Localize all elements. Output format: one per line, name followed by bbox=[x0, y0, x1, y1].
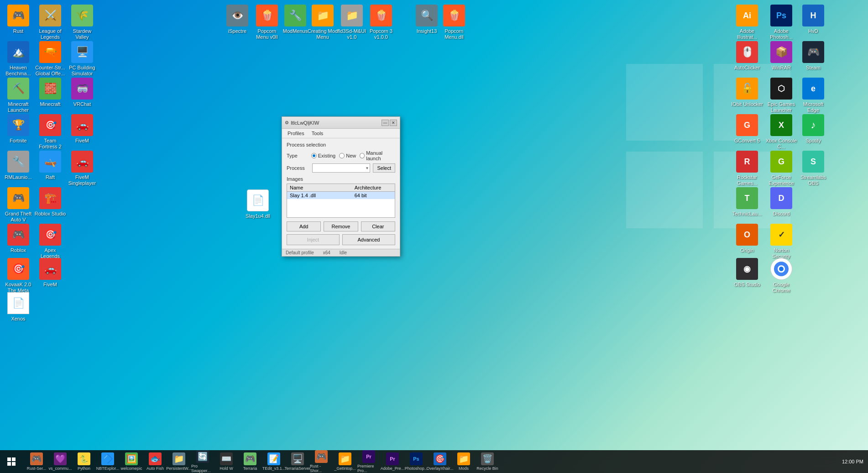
type-row: Type Existing New Manual launch bbox=[287, 150, 395, 161]
desktop-icon-xenos[interactable]: 📄 Xenos bbox=[2, 292, 34, 322]
process-selection-title: Process selection bbox=[287, 142, 395, 147]
desktop-icon-heaven[interactable]: 🏔️ Heaven Benchma... bbox=[2, 41, 34, 77]
taskbar-icon-vs[interactable]: 💜 vs_commu... bbox=[49, 450, 72, 473]
dialog-minimize-button[interactable]: — bbox=[382, 120, 389, 126]
desktop-icon-rockstar[interactable]: R Rockstar Games... bbox=[731, 151, 763, 186]
image-row[interactable]: Slay 1.4 .dll 64 bit bbox=[287, 192, 395, 200]
taskbar-icon-persistentw[interactable]: 📁 PersistentW... bbox=[167, 450, 190, 473]
taskbar-icon-getintopc[interactable]: 📁 _GetIntop... bbox=[334, 450, 356, 473]
menu-item-profiles[interactable]: Profiles bbox=[284, 130, 308, 137]
advanced-button[interactable]: Advanced bbox=[342, 234, 395, 245]
desktop-icon-fivem-single[interactable]: 🚗 FiveM Singleplayer bbox=[66, 151, 98, 186]
desktop-icon-chrome[interactable]: Google Chrome bbox=[765, 258, 797, 294]
desktop-icon-gconvert[interactable]: G GConvert 5 bbox=[731, 114, 763, 144]
inject-button[interactable]: Inject bbox=[287, 234, 340, 245]
desktop-icon-rust[interactable]: 🎮 Rust bbox=[2, 5, 34, 34]
start-button[interactable] bbox=[0, 450, 23, 473]
dialog-title-text: ⚙ ItlcLwQljKIW bbox=[285, 120, 319, 126]
taskbar-icon-overlayxhair[interactable]: 🎯 OverlayXhair... bbox=[429, 450, 451, 473]
desktop-icon-minecraft[interactable]: 🧱 Minecraft bbox=[34, 78, 66, 107]
desktop-icon-popcorn1[interactable]: 🍿 Popcorn Menu v0lI bbox=[251, 5, 283, 40]
desktop-icon-stardew[interactable]: 🌾 Stardew Valley bbox=[66, 5, 98, 40]
dialog-window-controls: — ✕ bbox=[382, 120, 397, 126]
desktop-icon-popcorndll[interactable]: 🍿 Popcorn Menu.dll bbox=[438, 5, 470, 40]
add-button[interactable]: Add bbox=[287, 221, 321, 231]
desktop-icon-streamlabs[interactable]: S Streamlabs OBS bbox=[797, 151, 829, 186]
desktop-icon-discord[interactable]: D Discord bbox=[765, 187, 797, 217]
desktop-icon-tf2[interactable]: 🎯 Team Fortress 2 bbox=[34, 114, 66, 150]
desktop-icon-raft[interactable]: 🛶 Raft bbox=[34, 151, 66, 180]
taskbar-icon-recycle-bin[interactable]: 🗑️ Recycle Bin bbox=[476, 450, 499, 473]
desktop-icon-steam[interactable]: 🎮 Steam bbox=[797, 41, 829, 71]
menu-item-tools[interactable]: Tools bbox=[308, 130, 327, 137]
desktop-icon-fivem2[interactable]: 🚗 FiveM bbox=[34, 258, 66, 288]
taskbar-icon-tedit[interactable]: 📝 TEdit_v3.1... bbox=[262, 450, 285, 473]
svg-rect-9 bbox=[7, 462, 11, 466]
radio-manual[interactable]: Manual launch bbox=[360, 150, 395, 161]
desktop-icon-lol[interactable]: ⚔️ League of Legends bbox=[34, 5, 66, 40]
taskbar-icon-nbtexplorer[interactable]: 🔷 NBTExplor... bbox=[96, 450, 119, 473]
col-name: Name bbox=[287, 184, 352, 192]
taskbar-pinned-apps: 🎮 Rust-Ser... 💜 vs_commu... 🐍 Python 🔷 N… bbox=[23, 450, 842, 473]
taskbar-icon-terraria[interactable]: 🎮 Terraria bbox=[239, 450, 261, 473]
desktop-icon-kovaak[interactable]: 🎯 KovaaK 2.0 The Meta bbox=[2, 258, 34, 294]
desktop-icon-spotify[interactable]: ♪ Spotify bbox=[797, 114, 829, 144]
taskbar-icon-holdw[interactable]: ⌨️ Hold W bbox=[215, 450, 238, 473]
desktop-file-slay[interactable]: 📄 Slay1u4.dll bbox=[242, 189, 274, 219]
desktop-icon-ispectre[interactable]: 👁️ iSpectre bbox=[221, 5, 253, 34]
dialog-titlebar[interactable]: ⚙ ItlcLwQljKIW — ✕ bbox=[282, 117, 400, 129]
desktop-icon-obs[interactable]: ◉ OBS Studio bbox=[731, 258, 763, 288]
desktop-icon-ai[interactable]: Ai Adobe Illustrat... bbox=[731, 5, 763, 40]
desktop-icon-edge[interactable]: e Microsoft Edge bbox=[797, 78, 829, 113]
desktop-icon-origin[interactable]: O Origin bbox=[731, 224, 763, 253]
desktop-icon-autoclicker[interactable]: 🖱️ AutoClicker bbox=[731, 41, 763, 71]
desktop-icon-fivem[interactable]: 🚗 FiveM bbox=[66, 114, 98, 144]
taskbar-icon-autofish[interactable]: 🐟 Auto Fish bbox=[144, 450, 167, 473]
process-select-dropdown[interactable]: ▼ bbox=[312, 163, 370, 173]
taskbar-icon-rust-shortcut[interactable]: 🎮 Rust - Shor... bbox=[310, 450, 333, 473]
desktop-icon-apex[interactable]: 🎯 Apex Legends bbox=[34, 224, 66, 259]
desktop-icon-popcorn3[interactable]: 🍿 Popcorn 3 v1.0.0 bbox=[365, 5, 397, 40]
desktop-icon-gta5[interactable]: 🎮 Grand Theft Auto V bbox=[2, 187, 34, 223]
radio-existing[interactable]: Existing bbox=[311, 153, 336, 158]
desktop-icon-csgo[interactable]: 🔫 Counter-Str... Global Offe... bbox=[34, 41, 66, 77]
desktop-icon-pcbuilding[interactable]: 🖥️ PC Building Simulator bbox=[66, 41, 98, 77]
desktop-icon-fortnite[interactable]: 🏆 Fortnite bbox=[2, 114, 34, 144]
clear-button[interactable]: Clear bbox=[361, 221, 395, 231]
desktop-icon-winrar[interactable]: 📦 WinRAR bbox=[765, 41, 797, 71]
taskbar-icon-terrariaserver[interactable]: 🖥️ TerrariaServer bbox=[286, 450, 309, 473]
taskbar-icon-adobe-pre[interactable]: Pr Adobe_Pre... bbox=[381, 450, 404, 473]
radio-new[interactable]: New bbox=[339, 153, 356, 158]
desktop-icon-ps[interactable]: Ps Adobe Photosh... bbox=[765, 5, 797, 40]
remove-button[interactable]: Remove bbox=[324, 221, 358, 231]
desktop-icon-technic[interactable]: T TechnicLau... bbox=[731, 187, 763, 217]
taskbar-icon-mods[interactable]: 📁 Mods bbox=[452, 450, 475, 473]
desktop-icon-robloxstudio[interactable]: 🏗️ Roblox Studio bbox=[34, 187, 66, 217]
taskbar-icon-welcomepic[interactable]: 🖼️ welcomepic bbox=[120, 450, 143, 473]
select-process-button[interactable]: Select bbox=[373, 163, 395, 173]
desktop-icon-xbox[interactable]: X Xbox Console C... bbox=[765, 114, 797, 150]
desktop-icon-vrchat[interactable]: 🥽 VRChat bbox=[66, 78, 98, 107]
type-radio-group: Existing New Manual launch bbox=[311, 150, 395, 161]
desktop-icon-geforce[interactable]: G GeForce Experience bbox=[765, 151, 797, 186]
images-label: Images bbox=[287, 176, 395, 182]
svg-point-6 bbox=[779, 267, 784, 271]
desktop-icon-creatingmod[interactable]: 📁 Creating Mod Menu bbox=[307, 5, 339, 40]
svg-rect-8 bbox=[12, 457, 16, 461]
desktop-icon-fld3sd[interactable]: 📁 fld3Sd-M&UI v1.0 bbox=[336, 5, 368, 40]
col-arch: Architecture bbox=[352, 184, 395, 192]
desktop-icon-mclauncher[interactable]: ⛏️ Minecraft Launcher bbox=[2, 78, 34, 113]
desktop-icon-iobit[interactable]: 🔓 IObit Unlocker bbox=[731, 78, 763, 107]
desktop-icon-norton[interactable]: ✓ Norton Security bbox=[765, 224, 797, 259]
dialog-close-button[interactable]: ✕ bbox=[390, 120, 397, 126]
taskbar-icon-proswapper[interactable]: 🔄 Pro Swapper... bbox=[191, 450, 214, 473]
desktop-icon-epicgames[interactable]: ⬡ Epic Games Launcher bbox=[765, 78, 797, 113]
taskbar-icon-rust-server[interactable]: 🎮 Rust-Ser... bbox=[25, 450, 48, 473]
taskbar-icon-premiere[interactable]: Pr Premiere Pro... bbox=[357, 450, 380, 473]
desktop-icon-hvd[interactable]: H HvD bbox=[797, 5, 829, 34]
taskbar-icon-python[interactable]: 🐍 Python bbox=[73, 450, 95, 473]
process-row: Process ▼ Select bbox=[287, 163, 395, 173]
taskbar-icon-photoshop-acc[interactable]: Ps Photoshop... bbox=[405, 450, 428, 473]
desktop-icon-roblox[interactable]: 🎮 Roblox bbox=[2, 224, 34, 253]
desktop-icon-rmlauncher[interactable]: 🔧 RMLaunio... bbox=[2, 151, 34, 180]
